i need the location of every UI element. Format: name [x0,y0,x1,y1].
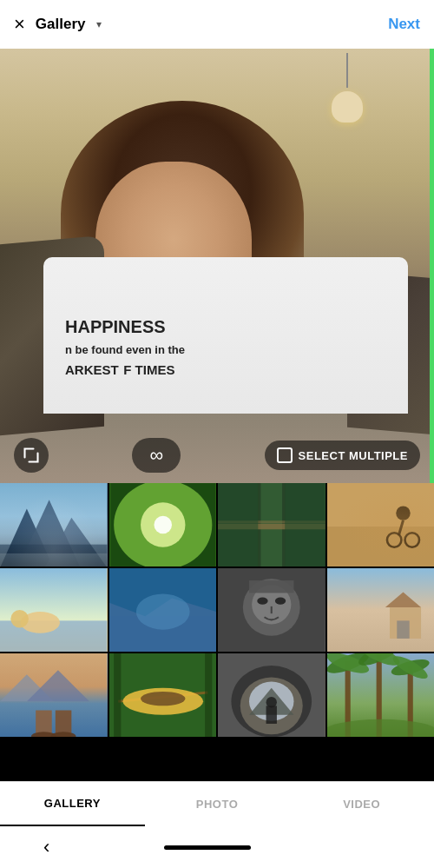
svg-rect-0 [0,483,108,567]
svg-line-52 [118,692,207,701]
svg-rect-6 [109,483,217,567]
svg-marker-61 [249,688,293,715]
thumbnail-8[interactable] [327,568,435,652]
crop-button[interactable] [14,438,49,473]
svg-rect-46 [36,710,52,737]
svg-rect-17 [258,483,285,567]
thumbnail-3[interactable] [218,483,326,567]
svg-point-63 [266,697,277,707]
thumbnail-7[interactable] [218,568,326,652]
svg-rect-29 [109,616,217,652]
back-button[interactable]: ‹ [43,836,49,858]
svg-point-34 [252,585,291,624]
svg-point-60 [249,682,293,721]
preview-controls: ∞ SELECT MULTIPLE [0,438,434,473]
svg-marker-3 [44,518,107,567]
svg-point-33 [243,579,300,636]
svg-point-20 [396,506,410,520]
svg-rect-57 [218,653,326,737]
select-multiple-button[interactable]: SELECT MULTIPLE [265,441,420,470]
svg-point-9 [154,516,172,534]
svg-point-26 [21,612,60,633]
svg-point-8 [141,502,185,547]
svg-rect-25 [0,620,108,652]
svg-point-31 [135,593,189,629]
close-button[interactable]: × [14,15,25,34]
svg-point-27 [10,610,29,628]
svg-point-58 [231,666,312,737]
tab-video[interactable]: VIDEO [289,782,434,826]
svg-rect-15 [218,483,258,567]
svg-point-49 [51,732,76,737]
svg-rect-64 [327,653,435,737]
svg-line-21 [398,520,403,535]
svg-point-71 [355,653,402,670]
thumbnail-1[interactable] [0,483,108,567]
bottom-tabs: GALLERY PHOTO VIDEO [0,781,434,826]
svg-rect-19 [327,527,435,567]
tab-photo[interactable]: PHOTO [145,782,290,826]
thumbnail-2[interactable] [109,483,217,567]
svg-point-23 [404,533,418,547]
thumbnail-9[interactable] [0,653,108,737]
svg-point-54 [141,692,185,706]
next-button[interactable]: Next [388,16,420,33]
svg-point-70 [355,653,402,670]
svg-marker-2 [18,500,81,567]
svg-rect-43 [0,653,108,737]
svg-point-22 [386,533,400,547]
thumbnail-4[interactable] [327,483,435,567]
shirt-text: HAPPINESS n be found even in the ARKEST … [65,316,185,379]
svg-rect-51 [109,653,217,737]
svg-marker-30 [109,599,217,652]
svg-point-59 [240,677,303,734]
svg-rect-18 [327,483,435,567]
svg-rect-32 [218,568,326,652]
svg-rect-28 [109,568,217,652]
svg-point-74 [327,719,435,737]
thumbnail-5[interactable] [0,568,108,652]
thumbnail-6[interactable] [109,568,217,652]
svg-rect-67 [407,666,412,737]
svg-point-68 [327,653,372,677]
thumbnail-11[interactable] [218,653,326,737]
home-indicator[interactable] [164,845,251,850]
chevron-down-icon[interactable]: ▾ [96,18,102,30]
svg-marker-41 [385,592,420,606]
select-multiple-icon [277,447,293,463]
lamp-shade [332,91,363,123]
thumbnail-10[interactable] [109,653,217,737]
svg-rect-47 [56,710,72,737]
svg-rect-11 [218,483,326,567]
gallery-title: Gallery [36,16,86,33]
svg-rect-5 [0,553,108,567]
top-bar-left: × Gallery ▾ [14,15,102,34]
svg-rect-40 [390,607,421,639]
thumbnail-12[interactable] [327,653,435,737]
svg-rect-10 [109,483,217,567]
tab-gallery[interactable]: GALLERY [0,782,145,826]
svg-rect-12 [260,483,282,567]
top-bar: × Gallery ▾ Next [0,0,434,49]
svg-rect-16 [285,483,325,567]
svg-rect-62 [266,706,277,724]
svg-rect-65 [345,661,350,737]
svg-rect-66 [376,653,381,737]
svg-point-48 [31,732,56,737]
svg-point-69 [327,653,372,677]
svg-point-73 [390,653,430,683]
svg-rect-39 [327,568,435,652]
svg-rect-4 [0,545,108,567]
infinity-button[interactable]: ∞ [132,438,181,473]
selection-border [430,49,434,483]
svg-rect-24 [0,568,108,652]
svg-rect-38 [249,580,293,593]
svg-rect-42 [397,620,409,639]
system-nav-bar: ‹ [0,826,434,868]
preview-area: HAPPINESS n be found even in the ARKEST … [0,49,434,483]
svg-rect-56 [205,653,212,737]
svg-marker-44 [0,674,54,701]
svg-rect-55 [114,653,121,737]
svg-marker-45 [27,670,89,701]
thumbnail-grid [0,483,434,781]
